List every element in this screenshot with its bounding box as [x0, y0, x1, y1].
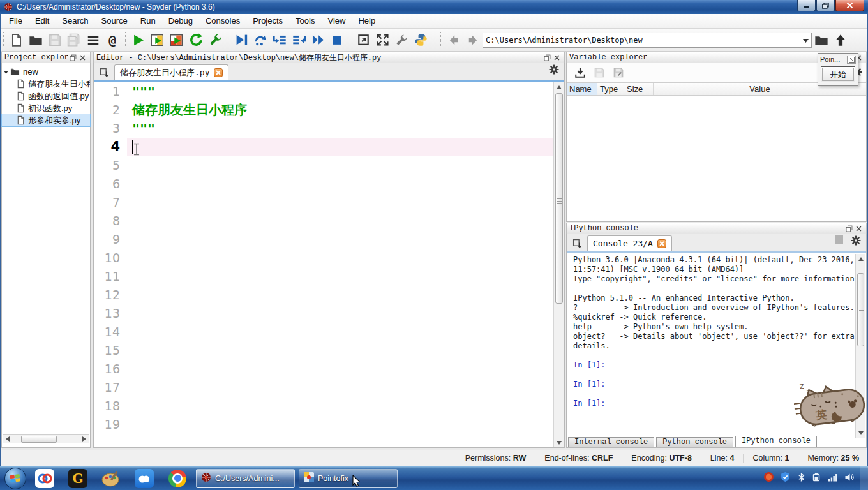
menu-bar: File Edit Search Source Run Debug Consol…	[0, 14, 868, 29]
tree-file-row[interactable]: 函数的返回值.py	[2, 90, 90, 102]
quicklaunch-browser-icon[interactable]	[132, 468, 156, 489]
editor-vertical-scrollbar[interactable]	[553, 82, 564, 447]
save-button[interactable]	[45, 31, 64, 50]
horizontal-scrollbar[interactable]	[3, 434, 89, 443]
close-icon[interactable]	[552, 53, 562, 62]
spyder-task-button[interactable]: C:/Users/Admini...	[196, 469, 295, 488]
scroll-left-arrow[interactable]	[3, 435, 12, 443]
code-editor[interactable]: 1""" 2储存朋友生日小程序 3""" 4 5 6 7 8 9 10 11 1…	[94, 82, 564, 447]
rerun-cell-button[interactable]	[186, 31, 206, 50]
tab-internal-console[interactable]: Internal console	[568, 437, 654, 447]
fullscreen-button[interactable]	[373, 31, 392, 50]
expand-arrow-icon[interactable]	[2, 67, 10, 77]
tab-ipython-console[interactable]: IPython console	[735, 436, 817, 447]
forward-button[interactable]	[463, 31, 483, 50]
column-header-name[interactable]: Name	[567, 83, 597, 95]
run-button[interactable]	[129, 31, 148, 50]
continue-button[interactable]	[308, 31, 327, 50]
new-file-button[interactable]	[7, 31, 26, 50]
undock-icon[interactable]	[68, 53, 78, 62]
step-into-button[interactable]	[270, 31, 289, 50]
undock-icon[interactable]	[844, 224, 854, 233]
quicklaunch-netdisk-icon[interactable]	[33, 468, 57, 489]
menu-item-edit[interactable]: Edit	[29, 14, 56, 28]
browse-tabs-button[interactable]	[96, 65, 112, 79]
menu-item-run[interactable]: Run	[134, 14, 162, 28]
pointofix-start-button[interactable]: 开始	[821, 66, 855, 82]
volume-icon[interactable]	[844, 472, 855, 485]
console-options-button[interactable]	[851, 235, 861, 248]
bluetooth-icon[interactable]	[797, 472, 806, 485]
maximize-pane-button[interactable]	[354, 31, 373, 50]
scroll-up-arrow[interactable]	[856, 254, 865, 264]
menu-item-tools[interactable]: Tools	[289, 14, 321, 28]
menu-item-projects[interactable]: Projects	[246, 14, 289, 28]
menu-item-help[interactable]: Help	[352, 14, 382, 28]
python-env-button[interactable]	[411, 31, 430, 50]
save-all-button[interactable]	[64, 31, 84, 50]
step-return-button[interactable]	[289, 31, 308, 50]
tree-file-row[interactable]: 初识函数.py	[2, 102, 90, 114]
tree-file-row[interactable]: 储存朋友生日小程序.py	[2, 78, 90, 90]
quicklaunch-chrome-icon[interactable]	[165, 468, 190, 489]
editor-options-button[interactable]	[549, 64, 559, 77]
pointofix-icon-button[interactable]	[847, 56, 856, 64]
tab-close-button[interactable]	[657, 239, 666, 248]
debug-button[interactable]	[232, 31, 251, 50]
browse-tabs-button[interactable]	[569, 236, 585, 250]
menu-item-debug[interactable]: Debug	[162, 14, 199, 28]
tree-file-row-selected[interactable]: 形参和实参.py	[2, 114, 90, 126]
menu-item-source[interactable]: Source	[95, 14, 134, 28]
tab-close-button[interactable]	[214, 68, 223, 77]
close-icon[interactable]	[854, 224, 864, 233]
run-cell-advance-button[interactable]	[167, 31, 186, 50]
save-data-as-button[interactable]	[609, 63, 628, 82]
menu-item-consoles[interactable]: Consoles	[199, 14, 246, 28]
interrupt-kernel-button[interactable]	[835, 235, 843, 246]
power-battery-icon[interactable]	[812, 472, 822, 485]
column-header-type[interactable]: Type	[597, 83, 624, 95]
scroll-down-arrow[interactable]	[554, 438, 564, 447]
pointofix-task-button[interactable]: Pointofix	[299, 469, 398, 488]
recorder-tray-icon[interactable]	[763, 471, 774, 485]
scroll-right-arrow[interactable]	[80, 435, 89, 443]
security-shield-icon[interactable]	[780, 471, 791, 485]
file-switcher-button[interactable]	[84, 31, 103, 50]
tree-root-row[interactable]: new	[2, 66, 90, 78]
scrollbar-thumb[interactable]	[857, 273, 864, 346]
undock-icon[interactable]	[542, 53, 552, 62]
import-data-button[interactable]	[571, 63, 590, 82]
project-file-tree[interactable]: new 储存朋友生日小程序.py 函数的返回值.py 初识函数.py 形参和实参…	[2, 63, 90, 126]
run-configure-button[interactable]	[206, 31, 225, 50]
back-button[interactable]	[444, 31, 463, 50]
close-icon[interactable]	[78, 53, 87, 62]
minimize-button[interactable]	[797, 0, 816, 11]
quicklaunch-g-app-icon[interactable]: G	[66, 468, 90, 489]
restore-button[interactable]	[816, 0, 835, 11]
step-over-button[interactable]	[251, 31, 270, 50]
scroll-up-arrow[interactable]	[554, 82, 564, 92]
menu-item-view[interactable]: View	[321, 14, 352, 28]
menu-item-search[interactable]: Search	[56, 14, 94, 28]
open-file-button[interactable]	[26, 31, 45, 50]
tab-python-console[interactable]: Python console	[656, 437, 733, 447]
find-symbols-button[interactable]: @	[103, 31, 122, 50]
run-cell-button[interactable]	[148, 31, 167, 50]
save-data-button[interactable]	[590, 63, 609, 82]
close-button[interactable]	[835, 0, 864, 11]
show-desktop-button[interactable]	[860, 466, 868, 490]
console-tab[interactable]: Console 23/A	[587, 235, 672, 251]
quicklaunch-paint-icon[interactable]	[99, 468, 123, 489]
menu-item-file[interactable]: File	[3, 14, 29, 28]
working-directory-combobox[interactable]: C:\Users\Administrator\Desktop\new	[483, 33, 812, 48]
browse-directory-button[interactable]	[812, 31, 831, 50]
parent-directory-button[interactable]	[831, 31, 850, 50]
column-header-size[interactable]: Size	[624, 83, 654, 95]
scrollbar-thumb[interactable]	[555, 93, 563, 304]
tools-button[interactable]	[392, 31, 411, 50]
stop-debug-button[interactable]	[327, 31, 347, 50]
network-signal-icon[interactable]	[828, 472, 838, 485]
editor-tab[interactable]: 储存朋友生日小程序.py	[114, 64, 228, 80]
scrollbar-thumb[interactable]	[21, 436, 57, 443]
start-button[interactable]	[3, 467, 28, 490]
